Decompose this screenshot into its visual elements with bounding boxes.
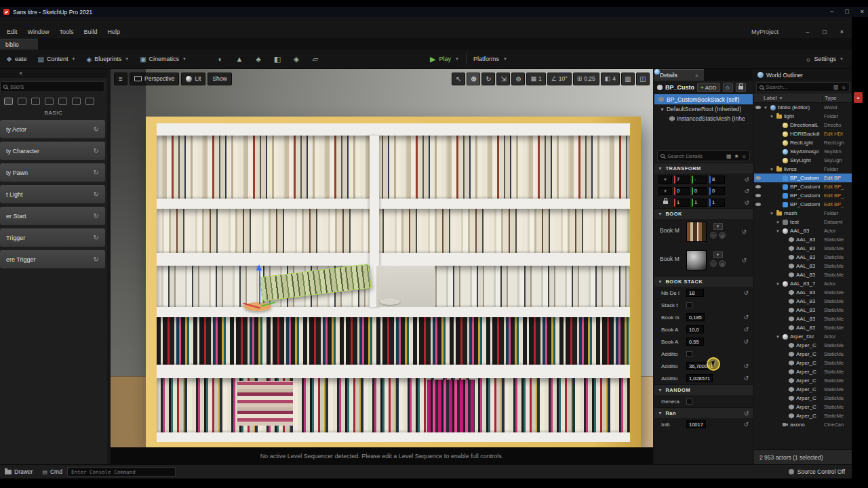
outliner-row[interactable]: ▼ mesh Folder	[754, 209, 852, 218]
reset-icon[interactable]: ↺	[743, 289, 749, 296]
outliner-row[interactable]: Arper_C StaticMe	[754, 359, 852, 367]
mesh-paint-mode-icon[interactable]: ◧	[269, 51, 286, 67]
outliner-row[interactable]: AAL_83 StaticMe	[754, 297, 852, 306]
outliner-settings-icon[interactable]: ☼	[842, 84, 846, 90]
titlebar-close-button[interactable]: ×	[861, 9, 864, 15]
window-minimize-button[interactable]: –	[806, 28, 809, 35]
rotation-z-field[interactable]: 0	[709, 187, 725, 195]
create-button[interactable]: ❖eate	[1, 51, 32, 67]
all-classes-category-icon[interactable]	[85, 98, 94, 105]
outliner-row[interactable]: ▼ test Datasmi	[754, 218, 852, 226]
scale-x-field[interactable]: 1	[674, 199, 690, 207]
place-actors-search[interactable]	[0, 81, 104, 92]
outliner-row[interactable]: Arper_C StaticMe	[754, 341, 852, 350]
perspective-button[interactable]: Perspective	[130, 73, 179, 85]
world-outliner-header[interactable]: World Outliner	[754, 69, 852, 81]
place-actor-item[interactable]: Trigger ↻	[0, 228, 105, 247]
outliner-search[interactable]: ▥ ☼	[756, 82, 850, 92]
property-value-field[interactable]: 10,0	[686, 325, 704, 333]
property-value-field[interactable]: 0,55	[686, 338, 704, 346]
brush-edit-mode-icon[interactable]: ▱	[307, 51, 324, 67]
world-space-icon[interactable]: ⊚	[511, 73, 525, 85]
browse-asset-icon[interactable]: ◎	[719, 260, 726, 267]
viewport-layout-button[interactable]: ◫	[636, 73, 650, 85]
lock-button[interactable]	[736, 83, 746, 92]
reset-icon[interactable]: ↺	[744, 199, 749, 206]
lit-mode-button[interactable]: Lit	[181, 73, 205, 85]
titlebar-minimize-button[interactable]: –	[830, 9, 833, 15]
component-tree-row[interactable]: InstancedStaticMesh (Inhe	[654, 114, 753, 123]
checkbox[interactable]	[686, 351, 692, 357]
eye-icon[interactable]	[755, 185, 761, 188]
screen-percentage-icon[interactable]: ▥	[621, 73, 635, 85]
outliner-row[interactable]: Arper_C StaticMe	[754, 350, 852, 359]
place-actor-item[interactable]: ty Actor ↻	[0, 120, 105, 138]
cinematic-category-icon[interactable]	[58, 98, 67, 105]
place-actor-item[interactable]: ty Character ↻	[0, 142, 105, 160]
scale-lock-icon[interactable]	[663, 201, 668, 204]
outliner-row[interactable]: AAL_83 StaticMe	[754, 288, 852, 297]
asset-dropdown-icon[interactable]: ▼	[713, 251, 723, 258]
outliner-row[interactable]: Arper_C StaticMe	[754, 403, 852, 411]
menu-item[interactable]: Build	[84, 28, 98, 35]
select-mode-icon[interactable]: ◐	[212, 51, 229, 67]
reset-icon[interactable]: ↺	[744, 176, 749, 183]
show-button[interactable]: Show	[208, 73, 231, 85]
property-value-field[interactable]: 10017	[686, 420, 706, 428]
outliner-row[interactable]: ▼ AAL_83_7 Actor	[754, 279, 852, 288]
menu-item[interactable]: Help	[108, 28, 121, 35]
reset-icon[interactable]: ↺	[743, 338, 749, 345]
outliner-row[interactable]: AAL_83 StaticMe	[754, 314, 852, 323]
menu-item[interactable]: Window	[28, 28, 50, 35]
favorites-star-icon[interactable]: ★	[734, 153, 738, 159]
book-mesh-thumbnail[interactable]	[686, 222, 707, 242]
outliner-row[interactable]: Arper_C StaticMe	[754, 394, 852, 403]
outliner-search-input[interactable]	[766, 84, 814, 90]
foliage-mode-icon[interactable]: ♣	[250, 51, 267, 67]
close-icon[interactable]: ×	[695, 73, 698, 79]
reset-icon[interactable]: ↺	[743, 314, 749, 321]
blueprints-button[interactable]: ◈Blueprints▼	[81, 51, 134, 67]
camera-speed-button[interactable]: ◧4	[601, 73, 620, 85]
play-button[interactable]: Play	[439, 56, 451, 62]
browse-asset-icon[interactable]: ◎	[719, 232, 726, 239]
random-stream-section-header[interactable]: ▼ Ran ↺	[654, 407, 753, 418]
menu-item[interactable]: Edit	[7, 28, 18, 35]
play-icon[interactable]: ▶	[430, 55, 435, 64]
outliner-row[interactable]: BP_Custom Edit BP	[754, 174, 852, 182]
location-dropdown[interactable]: ▼	[658, 176, 672, 184]
fracture-mode-icon[interactable]: ◈	[288, 51, 305, 67]
outliner-row[interactable]: BP_Customi Edit BP_	[754, 200, 852, 209]
outliner-row[interactable]: ▼ AAL_83 Actor	[754, 226, 852, 235]
outliner-row[interactable]: Arper_C StaticMe	[754, 376, 852, 385]
use-selected-asset-icon[interactable]: ←	[710, 260, 717, 267]
outliner-row[interactable]: Arper_C StaticMe	[754, 367, 852, 376]
add-component-button[interactable]: +ADD	[697, 83, 720, 92]
viewport-scene[interactable]: ≡ Perspective Lit Show ↖ ⊕ ↻ ⇲ ⊚ ▦1 ∠10°…	[111, 69, 653, 447]
eye-icon[interactable]	[755, 106, 761, 109]
shapes-category-icon[interactable]	[45, 98, 54, 105]
outliner-row[interactable]: AAL_83 StaticMe	[754, 262, 852, 270]
eye-icon[interactable]	[755, 194, 761, 197]
checkbox[interactable]	[686, 399, 692, 405]
outliner-row[interactable]: ▼ Arper_Diz Actor	[754, 332, 852, 341]
book-stack-section-header[interactable]: ▼ BOOK STACK	[654, 276, 753, 287]
checkbox[interactable]	[686, 302, 692, 308]
outliner-row[interactable]: SkyAtmospl SkyAtm	[754, 147, 852, 156]
reset-icon[interactable]: ↺	[743, 363, 749, 369]
place-actor-item[interactable]: ty Pawn ↻	[0, 163, 105, 182]
details-search[interactable]: ▦ ★ ☼	[657, 150, 750, 161]
type-column-header[interactable]: Type	[822, 95, 852, 101]
window-maximize-button[interactable]: □	[823, 28, 826, 35]
outliner-row[interactable]: AAL_83 StaticMe	[754, 253, 852, 262]
window-close-button[interactable]: ×	[840, 28, 844, 35]
outliner-row[interactable]: ▼ light Folder	[754, 112, 852, 121]
rotation-snap-toggle[interactable]: ∠10°	[547, 73, 572, 85]
location-x-field[interactable]: 7	[674, 176, 690, 184]
settings-button[interactable]: ☼ Settings ▼	[805, 51, 844, 67]
place-actor-item[interactable]: ere Trigger ↻	[0, 250, 105, 268]
expander-icon[interactable]: ▼	[776, 220, 780, 224]
settings-gear-icon[interactable]: ☼	[742, 153, 747, 159]
property-value-field[interactable]: 0,185	[686, 313, 705, 321]
expander-icon[interactable]: ▼	[770, 167, 774, 171]
